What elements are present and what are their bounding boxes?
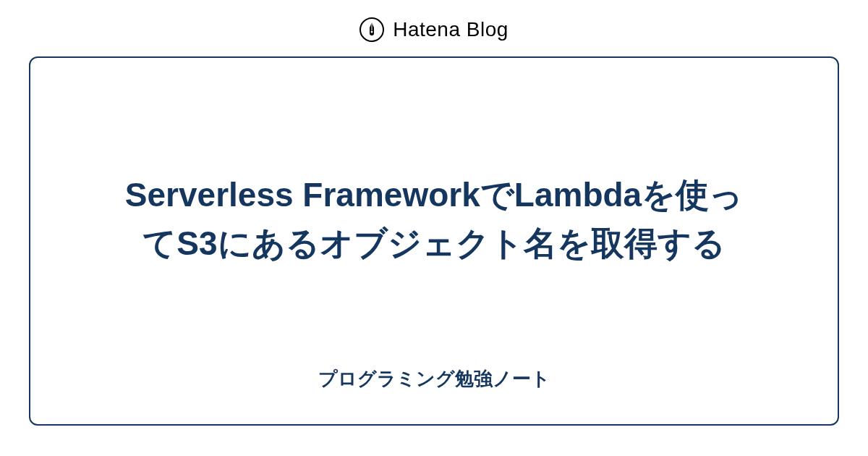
svg-point-0: [371, 31, 373, 33]
article-card: Serverless FrameworkでLambdaを使ってS3にあるオブジェ…: [29, 56, 839, 426]
pen-nib-icon: [366, 22, 378, 38]
article-title: Serverless FrameworkでLambdaを使ってS3にあるオブジェ…: [109, 171, 760, 267]
brand-header: Hatena Blog: [359, 0, 509, 56]
blog-name: プログラミング勉強ノート: [318, 366, 550, 392]
brand-name: Hatena Blog: [393, 18, 509, 41]
hatena-logo-icon: [359, 17, 384, 42]
